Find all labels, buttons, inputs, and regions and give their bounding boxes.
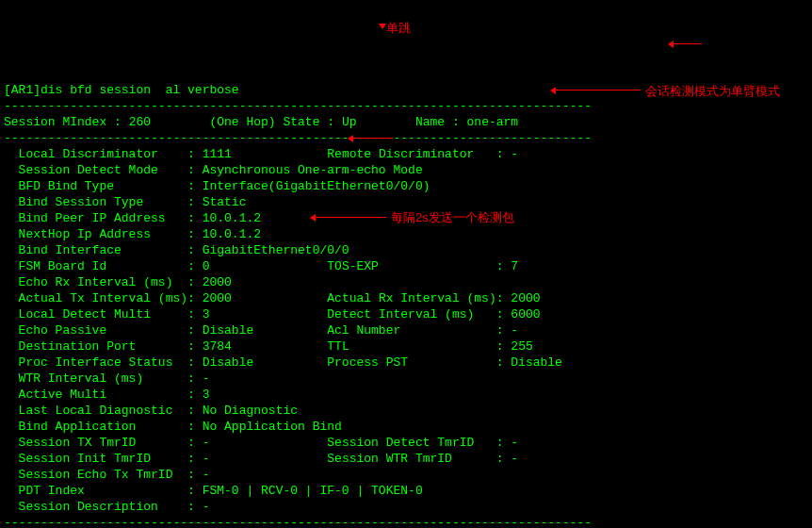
- divider: ----------------------------------------…: [4, 99, 592, 113]
- row-echo-rx: Echo Rx Interval (ms) : 2000: [4, 275, 232, 289]
- row-bind-peer: Bind Peer IP Address : 10.0.1.2: [4, 211, 261, 225]
- annotation-mode: 会话检测模式为单臂模式: [645, 83, 780, 99]
- row-active-multi: Active Multi : 3: [4, 388, 209, 402]
- arrow-icon: [353, 138, 393, 139]
- arrow-icon: [316, 217, 386, 218]
- row-dest-port: Destination Port : 3784 TTL : 255: [4, 339, 533, 354]
- annotation-single-hop: 单跳: [386, 20, 411, 36]
- row-echo-tx-tmr: Session Echo Tx TmrID : -: [4, 468, 209, 482]
- row-actual-tx: Actual Tx Interval (ms): 2000 Actual Rx …: [4, 291, 541, 305]
- annotation-interval: 每隔2s发送一个检测包: [391, 209, 514, 225]
- row-tx-tmr: Session TX TmrID : - Session Detect TmrI…: [4, 436, 518, 450]
- row-bfd-bind: BFD Bind Type : Interface(GigabitEtherne…: [4, 179, 430, 193]
- row-local-disc: Local Discriminator : 1111 Remote Discri…: [4, 147, 518, 161]
- row-nexthop: NextHop Ip Address : 10.0.1.2: [4, 227, 261, 241]
- row-wtr: WTR Interval (ms) : -: [4, 371, 209, 386]
- row-echo-passive: Echo Passive : Disable Acl Number : -: [4, 323, 518, 338]
- arrow-icon: [556, 90, 641, 91]
- arrow-icon: [674, 43, 702, 44]
- row-proc-if: Proc Interface Status : Disable Process …: [4, 355, 562, 370]
- row-bind-session: Bind Session Type : Static: [4, 195, 246, 209]
- divider: ----------------------------------------…: [4, 131, 592, 145]
- row-desc: Session Description : -: [4, 500, 209, 514]
- row-fsm: FSM Board Id : 0 TOS-EXP : 7: [4, 259, 518, 273]
- row-init-tmr: Session Init TmrID : - Session WTR TmrID…: [4, 452, 518, 466]
- row-detect-mode: Session Detect Mode : Asynchronous One-a…: [4, 163, 423, 177]
- row-local-multi: Local Detect Multi : 3 Detect Interval (…: [4, 307, 541, 322]
- command-line: [AR1]dis bfd session al verbose: [4, 83, 239, 97]
- row-bind-app: Bind Application : No Application Bind: [4, 420, 342, 434]
- session-header: Session MIndex : 260 (One Hop) State : U…: [4, 115, 518, 129]
- row-last-diag: Last Local Diagnostic : No Diagnostic: [4, 404, 298, 418]
- terminal-output: [AR1]dis bfd session al verbose --------…: [0, 64, 812, 528]
- row-pdt: PDT Index : FSM-0 | RCV-0 | IF-0 | TOKEN…: [4, 484, 423, 498]
- row-bind-if: Bind Interface : GigabitEthernet0/0/0: [4, 243, 349, 257]
- divider: ----------------------------------------…: [4, 516, 592, 528]
